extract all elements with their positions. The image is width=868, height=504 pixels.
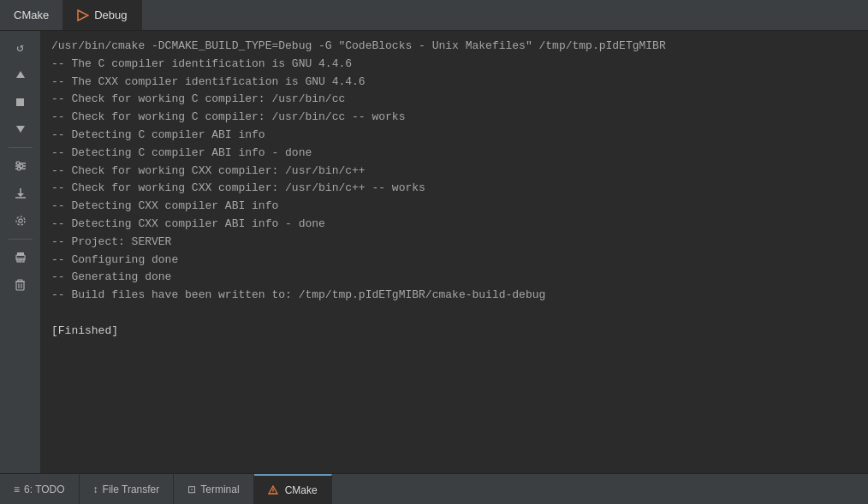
stop-icon xyxy=(15,98,25,107)
todo-tab-label: 6: TODO xyxy=(24,483,65,495)
svg-point-8 xyxy=(20,164,23,168)
install-icon xyxy=(15,187,27,199)
scroll-up-button[interactable] xyxy=(5,62,36,87)
file-transfer-icon: ↕ xyxy=(93,483,98,495)
output-line: -- Check for working CXX compiler: /usr/… xyxy=(51,180,858,198)
cmake-tab-label: CMake xyxy=(285,484,318,496)
svg-rect-22 xyxy=(18,280,22,282)
output-line: -- Detecting C compiler ABI info xyxy=(51,127,858,145)
svg-marker-1 xyxy=(16,71,25,78)
output-line: -- The CXX compiler identification is GN… xyxy=(51,74,858,92)
configure-button[interactable] xyxy=(5,208,36,234)
svg-marker-11 xyxy=(17,193,24,197)
build-settings-button[interactable] xyxy=(5,153,36,179)
debug-title-tab[interactable]: Debug xyxy=(63,0,141,30)
main-area: ↺ xyxy=(0,31,868,473)
svg-rect-19 xyxy=(18,261,21,262)
refresh-icon: ↺ xyxy=(16,40,23,55)
svg-point-7 xyxy=(16,162,20,165)
refresh-button[interactable]: ↺ xyxy=(5,34,36,60)
cmake-warning-icon xyxy=(268,485,278,495)
svg-point-13 xyxy=(18,219,21,222)
svg-rect-18 xyxy=(18,259,22,260)
trash-icon xyxy=(15,279,26,291)
output-line xyxy=(51,305,858,323)
tab-todo[interactable]: ≡ 6: TODO xyxy=(0,474,80,504)
tab-file-transfer[interactable]: ↕ File Transfer xyxy=(80,474,175,504)
file-transfer-tab-label: File Transfer xyxy=(103,483,160,495)
debug-tab-label: Debug xyxy=(94,9,127,21)
svg-rect-2 xyxy=(16,98,24,106)
output-line: -- Project: SERVER xyxy=(51,234,858,252)
gear-icon xyxy=(15,215,27,227)
left-toolbar: ↺ xyxy=(0,31,41,473)
cmake-title-icon: CMake xyxy=(14,9,49,21)
stop-button[interactable] xyxy=(5,89,36,115)
tab-cmake[interactable]: CMake xyxy=(254,474,332,504)
scroll-down-button[interactable] xyxy=(5,116,36,142)
terminal-icon: ⊡ xyxy=(187,483,196,495)
output-panel[interactable]: /usr/bin/cmake -DCMAKE_BUILD_TYPE=Debug … xyxy=(41,31,868,473)
output-line: -- Generating done xyxy=(51,269,858,287)
bottom-tab-bar: ≡ 6: TODO ↕ File Transfer ⊡ Terminal CMa… xyxy=(0,473,868,504)
svg-point-27 xyxy=(272,492,273,493)
svg-point-14 xyxy=(16,216,25,225)
output-line: [Finished] xyxy=(51,323,858,341)
output-line: -- Check for working C compiler: /usr/bi… xyxy=(51,91,858,109)
svg-marker-0 xyxy=(78,10,88,21)
install-button[interactable] xyxy=(5,181,36,206)
print-button[interactable] xyxy=(5,245,36,270)
settings-icon xyxy=(15,160,27,172)
output-line: -- Detecting CXX compiler ABI info - don… xyxy=(51,216,858,234)
svg-point-9 xyxy=(17,167,21,170)
svg-rect-16 xyxy=(17,252,24,256)
title-bar: CMake Debug xyxy=(0,0,868,31)
output-line: -- Build files have been written to: /tm… xyxy=(51,287,858,305)
todo-icon: ≡ xyxy=(14,483,20,495)
tab-terminal[interactable]: ⊡ Terminal xyxy=(174,474,253,504)
up-arrow-icon xyxy=(15,69,26,80)
delete-button[interactable] xyxy=(5,272,36,298)
svg-rect-20 xyxy=(16,282,24,290)
output-line: -- Configuring done xyxy=(51,252,858,270)
output-line: -- The C compiler identification is GNU … xyxy=(51,56,858,74)
terminal-tab-label: Terminal xyxy=(200,483,239,495)
output-line: -- Detecting CXX compiler ABI info xyxy=(51,198,858,216)
down-arrow-icon xyxy=(15,124,26,134)
toolbar-separator-1 xyxy=(9,147,33,148)
output-line: /usr/bin/cmake -DCMAKE_BUILD_TYPE=Debug … xyxy=(51,38,858,56)
output-line: -- Check for working C compiler: /usr/bi… xyxy=(51,109,858,127)
cmake-title-tab[interactable]: CMake xyxy=(0,0,63,30)
debug-triangle-icon xyxy=(77,9,89,21)
output-line: -- Check for working CXX compiler: /usr/… xyxy=(51,163,858,181)
svg-marker-3 xyxy=(16,126,25,133)
output-line: -- Detecting C compiler ABI info - done xyxy=(51,145,858,163)
print-icon xyxy=(15,252,27,264)
toolbar-separator-2 xyxy=(9,239,33,240)
